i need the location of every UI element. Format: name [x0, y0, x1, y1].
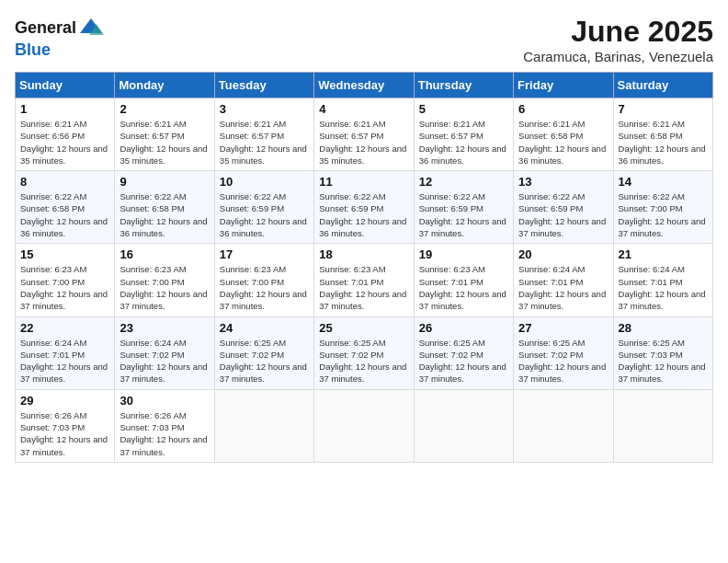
- day-number: 26: [419, 321, 508, 335]
- day-cell-12: 12Sunrise: 6:22 AMSunset: 6:59 PMDayligh…: [414, 171, 513, 244]
- day-cell-2: 2Sunrise: 6:21 AMSunset: 6:57 PMDaylight…: [115, 98, 214, 171]
- day-number: 30: [119, 394, 209, 408]
- day-number: 10: [220, 175, 309, 189]
- calendar-row-3: 22Sunrise: 6:24 AMSunset: 7:01 PMDayligh…: [16, 316, 713, 389]
- day-cell-13: 13Sunrise: 6:22 AMSunset: 6:59 PMDayligh…: [514, 171, 613, 244]
- day-info: Sunrise: 6:21 AMSunset: 6:58 PMDaylight:…: [619, 118, 708, 167]
- day-number: 14: [619, 175, 708, 189]
- weekday-header-friday: Friday: [514, 73, 613, 98]
- day-info: Sunrise: 6:22 AMSunset: 6:59 PMDaylight:…: [518, 190, 608, 239]
- day-cell-19: 19Sunrise: 6:23 AMSunset: 7:01 PMDayligh…: [414, 244, 513, 316]
- day-number: 11: [319, 175, 408, 189]
- day-info: Sunrise: 6:22 AMSunset: 6:59 PMDaylight:…: [319, 190, 408, 239]
- page-header: General Blue June 2025 Caramuca, Barinas…: [15, 15, 713, 64]
- day-cell-25: 25Sunrise: 6:25 AMSunset: 7:02 PMDayligh…: [314, 316, 414, 389]
- day-cell-24: 24Sunrise: 6:25 AMSunset: 7:02 PMDayligh…: [214, 316, 313, 389]
- empty-cell: [514, 389, 613, 462]
- day-info: Sunrise: 6:21 AMSunset: 6:57 PMDaylight:…: [319, 118, 408, 167]
- day-cell-28: 28Sunrise: 6:25 AMSunset: 7:03 PMDayligh…: [613, 316, 712, 389]
- day-info: Sunrise: 6:23 AMSunset: 7:01 PMDaylight:…: [319, 263, 408, 312]
- day-cell-22: 22Sunrise: 6:24 AMSunset: 7:01 PMDayligh…: [16, 316, 115, 389]
- day-number: 27: [518, 321, 608, 335]
- calendar-row-4: 29Sunrise: 6:26 AMSunset: 7:03 PMDayligh…: [16, 389, 713, 462]
- weekday-header-thursday: Thursday: [414, 73, 513, 98]
- day-cell-6: 6Sunrise: 6:21 AMSunset: 6:58 PMDaylight…: [514, 98, 613, 171]
- day-info: Sunrise: 6:25 AMSunset: 7:02 PMDaylight:…: [220, 337, 309, 385]
- weekday-header-wednesday: Wednesday: [314, 73, 414, 98]
- day-number: 24: [220, 321, 309, 335]
- day-info: Sunrise: 6:26 AMSunset: 7:03 PMDaylight:…: [119, 409, 209, 458]
- weekday-header-saturday: Saturday: [613, 73, 712, 98]
- day-number: 13: [518, 175, 608, 189]
- day-info: Sunrise: 6:22 AMSunset: 6:59 PMDaylight:…: [419, 190, 508, 239]
- empty-cell: [414, 389, 513, 462]
- day-cell-29: 29Sunrise: 6:26 AMSunset: 7:03 PMDayligh…: [16, 389, 115, 462]
- day-cell-26: 26Sunrise: 6:25 AMSunset: 7:02 PMDayligh…: [414, 316, 513, 389]
- calendar-row-0: 1Sunrise: 6:21 AMSunset: 6:56 PMDaylight…: [16, 98, 713, 171]
- day-info: Sunrise: 6:22 AMSunset: 6:58 PMDaylight:…: [119, 190, 209, 239]
- day-info: Sunrise: 6:24 AMSunset: 7:01 PMDaylight:…: [20, 337, 109, 385]
- day-number: 28: [619, 321, 708, 335]
- logo-blue: Blue: [15, 40, 51, 59]
- day-info: Sunrise: 6:23 AMSunset: 7:01 PMDaylight:…: [419, 263, 508, 312]
- day-cell-23: 23Sunrise: 6:24 AMSunset: 7:02 PMDayligh…: [115, 316, 214, 389]
- day-cell-16: 16Sunrise: 6:23 AMSunset: 7:00 PMDayligh…: [115, 244, 214, 316]
- weekday-header-sunday: Sunday: [16, 73, 115, 98]
- day-cell-30: 30Sunrise: 6:26 AMSunset: 7:03 PMDayligh…: [115, 389, 214, 462]
- calendar-table: SundayMondayTuesdayWednesdayThursdayFrid…: [15, 72, 713, 463]
- day-cell-3: 3Sunrise: 6:21 AMSunset: 6:57 PMDaylight…: [214, 98, 313, 171]
- day-number: 8: [20, 175, 109, 189]
- day-cell-14: 14Sunrise: 6:22 AMSunset: 7:00 PMDayligh…: [613, 171, 712, 244]
- day-cell-11: 11Sunrise: 6:22 AMSunset: 6:59 PMDayligh…: [314, 171, 414, 244]
- empty-cell: [314, 389, 414, 462]
- day-number: 4: [319, 102, 408, 116]
- day-info: Sunrise: 6:22 AMSunset: 6:59 PMDaylight:…: [220, 190, 309, 239]
- day-number: 1: [20, 102, 109, 116]
- location-subtitle: Caramuca, Barinas, Venezuela: [523, 49, 713, 64]
- day-cell-18: 18Sunrise: 6:23 AMSunset: 7:01 PMDayligh…: [314, 244, 414, 316]
- empty-cell: [613, 389, 712, 462]
- day-number: 7: [619, 102, 708, 116]
- day-number: 17: [220, 247, 309, 261]
- logo-general: General: [15, 18, 76, 38]
- day-number: 19: [419, 247, 508, 261]
- day-cell-27: 27Sunrise: 6:25 AMSunset: 7:02 PMDayligh…: [514, 316, 613, 389]
- logo: General Blue: [15, 15, 104, 60]
- day-info: Sunrise: 6:25 AMSunset: 7:02 PMDaylight:…: [319, 337, 408, 385]
- day-number: 21: [619, 247, 708, 261]
- day-cell-17: 17Sunrise: 6:23 AMSunset: 7:00 PMDayligh…: [214, 244, 313, 316]
- day-info: Sunrise: 6:25 AMSunset: 7:02 PMDaylight:…: [518, 337, 608, 385]
- day-info: Sunrise: 6:23 AMSunset: 7:00 PMDaylight:…: [220, 263, 309, 312]
- day-number: 23: [119, 321, 209, 335]
- day-number: 18: [319, 247, 408, 261]
- month-title: June 2025: [523, 15, 713, 49]
- weekday-header-tuesday: Tuesday: [214, 73, 313, 98]
- day-cell-1: 1Sunrise: 6:21 AMSunset: 6:56 PMDaylight…: [16, 98, 115, 171]
- day-info: Sunrise: 6:22 AMSunset: 6:58 PMDaylight:…: [20, 190, 109, 239]
- day-info: Sunrise: 6:25 AMSunset: 7:03 PMDaylight:…: [619, 337, 708, 385]
- day-cell-21: 21Sunrise: 6:24 AMSunset: 7:01 PMDayligh…: [613, 244, 712, 316]
- day-number: 16: [119, 247, 209, 261]
- day-info: Sunrise: 6:23 AMSunset: 7:00 PMDaylight:…: [119, 263, 209, 312]
- day-info: Sunrise: 6:21 AMSunset: 6:58 PMDaylight:…: [518, 118, 608, 167]
- day-info: Sunrise: 6:25 AMSunset: 7:02 PMDaylight:…: [419, 337, 508, 385]
- calendar-row-2: 15Sunrise: 6:23 AMSunset: 7:00 PMDayligh…: [16, 244, 713, 316]
- day-cell-5: 5Sunrise: 6:21 AMSunset: 6:57 PMDaylight…: [414, 98, 513, 171]
- day-number: 20: [518, 247, 608, 261]
- day-number: 2: [119, 102, 209, 116]
- logo-icon: [78, 15, 104, 40]
- day-info: Sunrise: 6:24 AMSunset: 7:01 PMDaylight:…: [619, 263, 708, 312]
- day-number: 15: [20, 247, 109, 261]
- day-cell-15: 15Sunrise: 6:23 AMSunset: 7:00 PMDayligh…: [16, 244, 115, 316]
- day-number: 25: [319, 321, 408, 335]
- day-number: 12: [419, 175, 508, 189]
- empty-cell: [214, 389, 313, 462]
- title-area: June 2025 Caramuca, Barinas, Venezuela: [523, 15, 713, 64]
- day-info: Sunrise: 6:26 AMSunset: 7:03 PMDaylight:…: [20, 409, 109, 458]
- day-number: 9: [119, 175, 209, 189]
- day-info: Sunrise: 6:22 AMSunset: 7:00 PMDaylight:…: [619, 190, 708, 239]
- weekday-header-row: SundayMondayTuesdayWednesdayThursdayFrid…: [16, 73, 713, 98]
- day-cell-7: 7Sunrise: 6:21 AMSunset: 6:58 PMDaylight…: [613, 98, 712, 171]
- day-cell-8: 8Sunrise: 6:22 AMSunset: 6:58 PMDaylight…: [16, 171, 115, 244]
- day-cell-20: 20Sunrise: 6:24 AMSunset: 7:01 PMDayligh…: [514, 244, 613, 316]
